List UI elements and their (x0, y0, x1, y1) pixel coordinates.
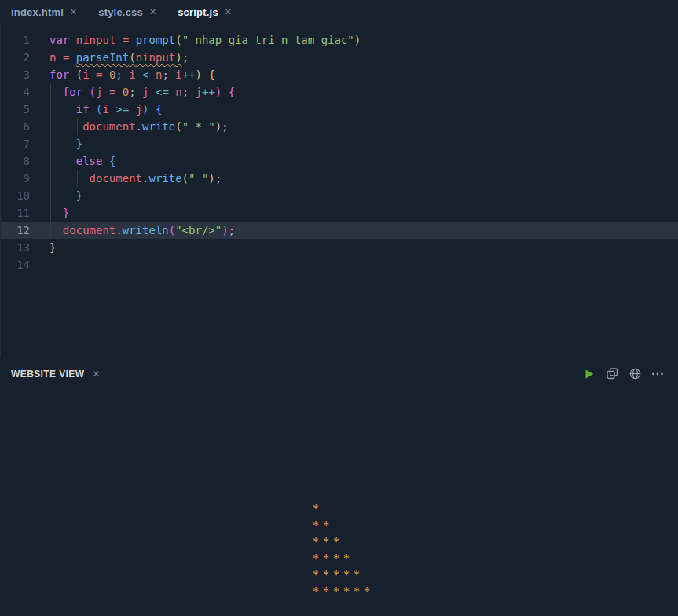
line-number: 7 (1, 135, 30, 152)
line-number: 4 (1, 83, 30, 101)
code-token: ( (169, 224, 175, 236)
code-token: prompt (136, 34, 176, 46)
tab-style.css[interactable]: style.css✕ (98, 6, 156, 18)
code-text: if (i >= j) { (30, 101, 162, 118)
code-token: ; (182, 51, 189, 64)
code-text: document.writeln("<br/>"); (30, 222, 235, 239)
code-token: ( (175, 120, 181, 133)
code-token: ; (129, 86, 142, 98)
code-line[interactable]: 13} (1, 239, 678, 256)
output-row: * * (313, 517, 371, 534)
code-token: j (196, 86, 202, 98)
line-number: 6 (1, 118, 30, 135)
code-area[interactable]: 1var ninput = prompt(" nhap gia tri n ta… (1, 31, 678, 273)
code-token (69, 34, 75, 46)
code-token: i (175, 68, 181, 81)
code-text: for (j = 0; j <= n; j++) { (30, 83, 235, 101)
code-token (49, 224, 63, 236)
code-token: { (156, 103, 162, 116)
code-token: if (76, 103, 90, 116)
code-token: ++ (202, 86, 215, 98)
code-token (82, 86, 89, 98)
code-text: document.write(" "); (30, 170, 222, 187)
tab-close-icon[interactable]: ✕ (70, 8, 77, 16)
output-row: * * * (313, 534, 371, 550)
code-line[interactable]: 7 } (1, 135, 678, 152)
code-token: for (49, 68, 69, 81)
code-token (49, 103, 76, 116)
code-token (102, 68, 108, 81)
run-play-icon[interactable] (583, 368, 596, 380)
code-token: document (63, 224, 115, 236)
code-token: ) (175, 51, 181, 64)
code-token: document (82, 120, 135, 133)
code-token: parseInt (76, 51, 129, 64)
code-token: writeln (123, 224, 169, 236)
globe-icon[interactable] (629, 368, 641, 380)
code-token: ninput (76, 34, 116, 46)
code-line[interactable]: 10 } (1, 187, 678, 204)
code-token (49, 155, 76, 167)
code-token: = (123, 34, 129, 46)
code-line[interactable]: 3for (i = 0; i < n; i++) { (1, 66, 678, 83)
code-line[interactable]: 2n = parseInt(ninput); (1, 49, 678, 66)
output-row: * * * * (313, 550, 371, 566)
code-token (69, 68, 75, 81)
code-token: } (63, 207, 69, 219)
code-token (90, 103, 96, 116)
code-text: } (30, 135, 82, 152)
code-line[interactable]: 12 document.writeln("<br/>"); (1, 222, 678, 239)
tab-index.html[interactable]: index.html✕ (11, 6, 77, 18)
code-token: write (142, 120, 175, 133)
more-ellipsis-icon[interactable] (651, 368, 664, 380)
code-line[interactable]: 1var ninput = prompt(" nhap gia tri n ta… (1, 31, 678, 49)
code-text: for (i = 0; i < n; i++) { (30, 66, 215, 83)
code-token: . (136, 120, 142, 133)
code-token: i (82, 68, 89, 81)
code-token: } (49, 241, 56, 254)
code-token: ; (115, 68, 129, 81)
code-token: . (115, 224, 122, 236)
code-line[interactable]: 4 for (j = 0; j <= n; j++) { (1, 83, 678, 101)
copy-icon[interactable] (606, 368, 618, 380)
website-view-close-icon[interactable]: ✕ (92, 368, 100, 380)
code-line[interactable]: 6 document.write(" * "); (1, 118, 678, 135)
tab-label: style.css (98, 6, 143, 18)
website-view-header: WEBSITE VIEW ✕ (0, 358, 678, 389)
code-text: n = parseInt(ninput); (30, 49, 189, 66)
code-token (149, 68, 156, 81)
tab-script.js[interactable]: script.js✕ (178, 6, 232, 18)
code-token: i (102, 103, 108, 116)
code-token: " " (189, 172, 208, 185)
code-token: ) (354, 34, 361, 46)
code-token: ) (142, 103, 148, 116)
tab-close-icon[interactable]: ✕ (149, 8, 156, 16)
line-number: 14 (1, 256, 30, 273)
code-token: var (49, 34, 69, 46)
code-text: } (30, 187, 82, 204)
code-line[interactable]: 9 document.write(" "); (1, 170, 678, 187)
code-token: ( (182, 172, 189, 185)
code-token: ) (196, 68, 202, 81)
code-line[interactable]: 14 (1, 256, 678, 273)
tab-close-icon[interactable]: ✕ (225, 8, 232, 16)
code-token (102, 155, 108, 167)
code-token (56, 51, 62, 64)
code-token: ( (129, 51, 135, 64)
code-token: 0 (123, 86, 129, 98)
output-row: * * * * * * (313, 583, 371, 600)
code-line[interactable]: 5 if (i >= j) { (1, 101, 678, 118)
code-text: else { (30, 152, 115, 170)
line-number: 1 (1, 31, 30, 49)
code-token: } (76, 189, 82, 202)
code-token: for (63, 86, 82, 98)
code-token (49, 86, 63, 98)
editor-pane[interactable]: 1var ninput = prompt(" nhap gia tri n ta… (0, 24, 678, 358)
code-editor-app: index.html✕style.css✕script.js✕ 1var nin… (0, 0, 678, 616)
code-token: ; (182, 86, 196, 98)
code-line[interactable]: 11 } (1, 204, 678, 222)
code-token: { (229, 86, 235, 98)
code-token: ) (222, 224, 228, 236)
code-line[interactable]: 8 else { (1, 152, 678, 170)
code-token: j (142, 86, 148, 98)
